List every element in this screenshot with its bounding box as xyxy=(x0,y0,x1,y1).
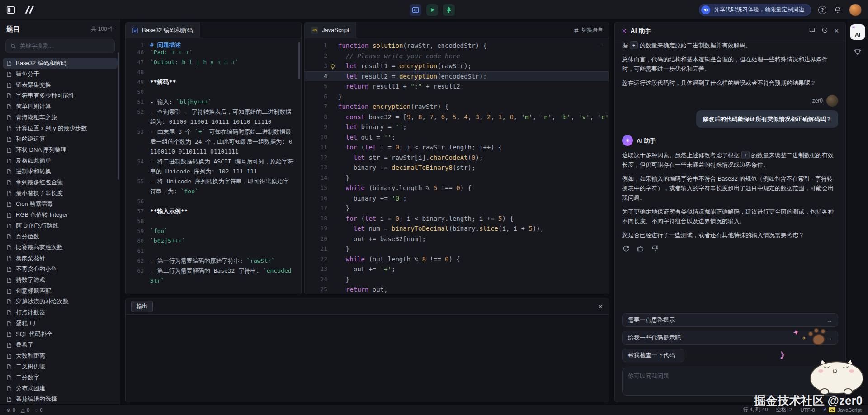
notifications-bell-icon[interactable] xyxy=(834,6,842,14)
sidebar-item[interactable]: 猜数字游戏 xyxy=(3,275,118,285)
sidebar-item[interactable]: 蛋糕工厂 xyxy=(3,318,118,329)
output-tab[interactable]: 输出 xyxy=(131,301,153,312)
code-line[interactable]: 24 } xyxy=(305,275,609,285)
new-chat-icon[interactable] xyxy=(809,27,816,35)
help-icon[interactable]: ? xyxy=(818,6,826,14)
warnings-indicator[interactable]: △ 0 xyxy=(21,407,29,413)
sidebar-item[interactable]: 百分位数 xyxy=(3,231,118,242)
code-line[interactable]: 23 out += '+'; xyxy=(305,264,609,275)
code-line[interactable]: 21 } xyxy=(305,244,609,254)
sidebar-item[interactable]: 穿越沙漠的补给次数 xyxy=(3,296,118,307)
sidebar-item[interactable]: Cion 勒索病毒 xyxy=(3,199,118,210)
sidebar-item[interactable]: 猫鱼分干 xyxy=(3,69,118,79)
code-line[interactable]: 5 return result1 + ":" + result2; xyxy=(305,81,609,92)
code-line[interactable]: 12 let str = rawStr[i].charCodeAt(0); xyxy=(305,153,609,163)
markdown-line[interactable]: 54- 将二进制数据转换为 ASCII 编号后可知，原始字符串的 Unicode… xyxy=(126,157,301,177)
sidebar-item[interactable]: 简单四则计算 xyxy=(3,101,118,112)
code-line[interactable]: 18 for (let i = 0; i < binary.length; i … xyxy=(305,214,609,224)
markdown-line[interactable]: 51- 输入: `bljhy+++` xyxy=(126,97,301,107)
markdown-line[interactable]: 53- 由末尾 3 个 `+` 可知在编码时原始二进制数据最后一组的个数为 24… xyxy=(126,127,301,157)
sidebar-item[interactable]: 不再贪心的小鱼 xyxy=(3,264,118,275)
chat-input[interactable] xyxy=(628,372,832,391)
trophy-icon[interactable] xyxy=(853,48,863,58)
code-line[interactable]: 6} xyxy=(305,92,609,102)
markdown-line[interactable]: 52- 查询索引 - 字符转换表后，可知原始的二进制数据组为: 01100 11… xyxy=(126,107,301,127)
code-line[interactable]: 19 let num = binaryToDecimal(binary.slic… xyxy=(305,224,609,234)
sidebar-item[interactable]: 计算位置 x 到 y 的最少步数 xyxy=(3,123,118,134)
close-icon[interactable]: ✕ xyxy=(598,303,603,310)
sidebar-item[interactable]: 进制求和转换 xyxy=(3,166,118,177)
code-line[interactable]: 9 let binary = ''; xyxy=(305,122,609,132)
code-line[interactable]: 10 let out = ''; xyxy=(305,132,609,143)
code-line[interactable]: 20 out += base32[num]; xyxy=(305,234,609,244)
sidebar-item[interactable]: 番茄编辑的选择 xyxy=(3,394,118,405)
quick-fix-bulb-icon[interactable] xyxy=(330,63,336,69)
code-line[interactable]: 17 } xyxy=(305,203,609,214)
sidebar-item[interactable]: RGB 色值转 Integer xyxy=(3,210,118,220)
markdown-line[interactable]: 62- 第一行为需要编码的原始字符串: `rawStr` xyxy=(126,256,301,266)
markdown-line[interactable]: 60`b0zj5+++` xyxy=(126,236,301,246)
thumbs-down-icon[interactable] xyxy=(651,244,659,252)
code-line[interactable]: 4 let result2 = decryption(encodedStr); xyxy=(305,71,609,82)
markdown-line[interactable]: 46`Pad: + + +` xyxy=(126,50,301,57)
sidebar-item[interactable]: 链表聚集交换 xyxy=(3,79,118,90)
sidebar-item[interactable]: 二分数字 xyxy=(3,372,118,383)
sidebar-item[interactable]: 拿到最多红包金额 xyxy=(3,177,118,188)
app-logo[interactable] xyxy=(24,5,36,14)
sidebar-item[interactable]: 大数和距离 xyxy=(3,350,118,361)
sidebar-scrollbar[interactable] xyxy=(118,52,119,180)
editor-language-tab[interactable]: JS JavaScript xyxy=(305,22,356,38)
markdown-line[interactable]: 59`foo` xyxy=(126,226,301,236)
code-line[interactable]: 3 let result1 = encryption(rawStr); xyxy=(305,61,609,71)
sidebar-item[interactable]: 打点计数器 xyxy=(3,307,118,318)
markdown-line[interactable]: 47`Output: b l j h y + + +` xyxy=(126,57,301,67)
code-line[interactable]: 16 binary += '0'; xyxy=(305,193,609,204)
sidebar-item[interactable]: 环状 DNA 序列整理 xyxy=(3,145,118,155)
info-indicator[interactable]: ◌ 0 xyxy=(35,407,42,413)
promo-banner[interactable]: 分享代码练习体验，领限量定制周边 xyxy=(699,4,811,16)
sidebar-item[interactable]: 叠盘子 xyxy=(3,340,118,350)
errors-indicator[interactable]: ⊗ 0 xyxy=(6,407,15,413)
sidebar-item[interactable]: SQL 代码补全 xyxy=(3,329,118,340)
search-input[interactable] xyxy=(20,43,110,49)
markdown-line[interactable]: 61 xyxy=(126,246,301,256)
sidebar-item[interactable]: 及格如此简单 xyxy=(3,155,118,166)
code-line[interactable]: 22 while (out.length % 8 !== 0) { xyxy=(305,254,609,265)
run-button[interactable] xyxy=(426,4,438,16)
sidebar-item[interactable]: Base32 编码和解码 xyxy=(3,58,118,69)
user-avatar[interactable] xyxy=(849,4,862,16)
sidebar-item[interactable]: 青海湖租车之旅 xyxy=(3,112,118,123)
ai-assistant-button[interactable]: ✳ AI xyxy=(850,24,865,40)
markdown-line[interactable]: 57**输入示例** xyxy=(126,206,301,216)
code-line[interactable]: 25 return out; xyxy=(305,284,609,294)
code-editor[interactable]: — 1function solution(rawStr, encodedStr)… xyxy=(305,38,609,294)
sidebar-item[interactable]: 创意标题匹配 xyxy=(3,285,118,296)
code-line[interactable]: 1function solution(rawStr, encodedStr) { xyxy=(305,41,609,51)
code-line[interactable]: 13 binary += decimalToBinary8(str); xyxy=(305,163,609,173)
code-line[interactable]: 11 for (let i = 0; i < rawStr.length; i+… xyxy=(305,142,609,153)
close-icon[interactable]: ✕ xyxy=(834,28,839,34)
markdown-line[interactable]: 55- 将 Unicode 序列转换为字符串，即可得出原始字符串，为: `foo… xyxy=(126,177,301,196)
markdown-body[interactable]: 1 # 问题描述 46`Pad: + + +`47`Output: b l j … xyxy=(126,38,301,294)
sidebar-item[interactable]: 比赛最高获胜次数 xyxy=(3,242,118,253)
regenerate-icon[interactable] xyxy=(622,244,630,252)
problem-scrollbar[interactable] xyxy=(298,42,300,79)
suggestion-chip[interactable]: 帮我检查一下代码 xyxy=(622,349,684,362)
code-line[interactable]: 7function encryption(rawStr) { xyxy=(305,102,609,112)
sidebar-item[interactable]: 二叉树供暖 xyxy=(3,361,118,372)
markdown-line[interactable]: 48 xyxy=(126,67,301,77)
sidebar-item[interactable]: 最小替换子串长度 xyxy=(3,188,118,199)
code-line[interactable]: 8 const base32 = [9, 8, 7, 6, 5, 4, 3, 2… xyxy=(305,112,609,122)
submit-tree-button[interactable] xyxy=(443,4,455,16)
thumbs-up-icon[interactable] xyxy=(637,244,645,252)
code-line[interactable]: 14 } xyxy=(305,173,609,183)
sidebar-item[interactable]: 分布式团建 xyxy=(3,383,118,394)
switch-language-button[interactable]: ⇄ 切换语言 xyxy=(574,22,603,38)
debug-console-button[interactable] xyxy=(410,4,421,16)
sidebar-item[interactable]: 暴雨梨花针 xyxy=(3,253,118,264)
code-line[interactable]: 15 while (binary.length % 5 !== 0) { xyxy=(305,183,609,193)
suggestion-chip[interactable]: 需要一点思路提示→ xyxy=(622,313,838,327)
sidebar-item[interactable]: 和的逆运算 xyxy=(3,134,118,145)
sidebar-item[interactable]: 阿 D 的飞行路线 xyxy=(3,220,118,231)
markdown-line[interactable]: 50 xyxy=(126,87,301,97)
